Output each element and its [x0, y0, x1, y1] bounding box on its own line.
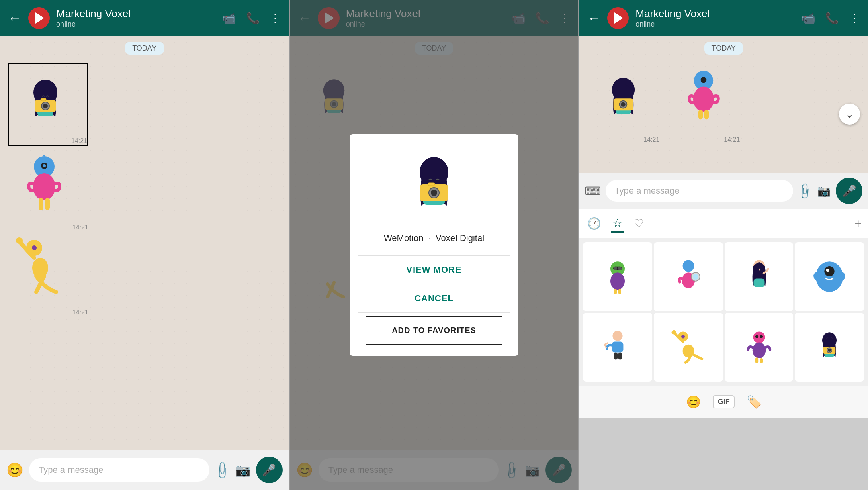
keyboard-icon-3[interactable]: ⌨ [585, 184, 601, 198]
svg-point-72 [760, 335, 762, 338]
message-input-3[interactable]: Type a message [606, 180, 793, 202]
sticker-cell-3[interactable] [725, 242, 794, 311]
sticker-msg-3b[interactable]: 14:21 [667, 63, 740, 143]
svg-point-40 [693, 86, 714, 112]
sticker-message-2[interactable]: 14:21 [8, 151, 88, 231]
back-button-1[interactable]: ← [8, 11, 22, 25]
messages-area-3: 14:21 14:2 [579, 59, 868, 147]
modal-pack-title: WeMotion · Voxel Digital [384, 233, 484, 243]
video-call-button-1[interactable]: 📹 [222, 12, 236, 25]
sticker-cell-2[interactable] [654, 242, 723, 311]
sticker-picker-panel: 🕐 ☆ ♡ + [579, 209, 868, 386]
svg-point-78 [828, 349, 831, 351]
svg-rect-55 [753, 278, 764, 287]
svg-point-47 [610, 272, 625, 290]
svg-rect-49 [618, 289, 621, 294]
sticker-tab-button[interactable]: 🏷️ [747, 395, 762, 409]
view-more-button[interactable]: VIEW MORE [358, 256, 510, 284]
header-3: ← Marketing Voxel online 📹 📞 ⋮ [579, 0, 868, 36]
svg-point-56 [816, 261, 843, 292]
chat-status-3: online [635, 20, 795, 29]
chat-area-1: TODAY [0, 36, 289, 450]
emoji-button-1[interactable]: 😊 [6, 462, 23, 478]
svg-point-18 [16, 237, 23, 244]
picker-add-button[interactable]: + [854, 217, 862, 231]
modal-overlay[interactable]: WeMotion · Voxel Digital VIEW MORE CANCE… [290, 0, 579, 490]
svg-rect-48 [614, 289, 617, 294]
header-info-1: Marketing Voxel online [56, 8, 216, 29]
sticker-img-3b [667, 63, 740, 135]
svg-point-10 [33, 173, 55, 200]
header-1: ← Marketing Voxel online 📹 📞 ⋮ [0, 0, 289, 36]
sticker-msg-3a[interactable]: 14:21 [587, 63, 659, 143]
chat-title-3: Marketing Voxel [635, 8, 795, 20]
avatar-1 [28, 7, 50, 29]
sticker-message-1[interactable]: 14:21 [8, 63, 88, 146]
mic-button-1[interactable] [256, 457, 283, 483]
avatar-3 [607, 7, 629, 29]
svg-rect-41 [698, 110, 703, 119]
picker-tab-heart[interactable]: ♡ [632, 215, 645, 232]
svg-point-50 [682, 260, 694, 272]
date-badge-3: TODAY [579, 44, 868, 53]
picker-tabs: 🕐 ☆ ♡ + [579, 209, 868, 238]
sticker-time-3: 14:21 [72, 309, 88, 316]
svg-point-5 [43, 104, 48, 108]
sticker-image-3 [8, 236, 80, 308]
svg-rect-61 [614, 352, 618, 359]
picker-tab-star[interactable]: ☆ [611, 215, 624, 233]
messages-area-1: 14:21 [0, 59, 289, 320]
gif-button[interactable]: GIF [713, 395, 735, 408]
add-to-favorites-button[interactable]: ADD TO FAVORITES [366, 316, 502, 345]
voice-call-button-1[interactable]: 📞 [246, 12, 260, 25]
picker-bottom-row: 😊 GIF 🏷️ [579, 386, 868, 418]
svg-point-39 [701, 77, 707, 83]
sticker-cell-5[interactable] [583, 313, 652, 382]
svg-rect-42 [704, 110, 709, 119]
sticker-cell-6[interactable] [654, 313, 723, 382]
svg-point-64 [681, 335, 685, 338]
sticker-cell-4[interactable] [795, 242, 864, 311]
cancel-button[interactable]: CANCEL [358, 284, 510, 312]
svg-point-16 [32, 245, 37, 250]
svg-rect-12 [45, 198, 50, 210]
sticker-time-1: 14:21 [71, 137, 87, 145]
header-actions-1: 📹 📞 ⋮ [222, 12, 281, 25]
svg-rect-11 [39, 198, 43, 210]
more-options-button-1[interactable]: ⋮ [270, 12, 281, 25]
svg-point-37 [621, 102, 626, 107]
header-info-3: Marketing Voxel online [635, 8, 795, 29]
message-input-1[interactable]: Type a message [29, 458, 209, 482]
back-button-3[interactable]: ← [587, 11, 601, 25]
camera-button-3[interactable]: 📷 [817, 184, 831, 198]
picker-tab-recent[interactable]: 🕐 [585, 215, 603, 232]
sticker-image-1 [9, 64, 82, 137]
scroll-down-button[interactable]: ⌄ [839, 104, 860, 125]
mic-button-3[interactable] [836, 178, 862, 204]
sticker-cell-8[interactable] [795, 313, 864, 382]
svg-rect-6 [41, 98, 46, 101]
attach-button-3[interactable]: 📎 [795, 181, 815, 200]
camera-button-1[interactable]: 📷 [235, 463, 250, 477]
sticker-img-3a [587, 63, 659, 135]
svg-point-9 [43, 164, 46, 167]
emoji-picker-button[interactable]: 😊 [686, 395, 701, 409]
sticker-time-2: 14:21 [72, 224, 88, 231]
svg-rect-60 [612, 341, 624, 352]
svg-point-59 [613, 331, 623, 341]
sticker-cell-1[interactable] [583, 242, 652, 311]
modal-sticker-preview [390, 146, 478, 227]
more-options-button-3[interactable]: ⋮ [849, 12, 860, 25]
voice-call-button-3[interactable]: 📞 [825, 12, 839, 25]
svg-point-30 [431, 190, 437, 196]
date-badge-1: TODAY [0, 44, 289, 53]
attach-button-1[interactable]: 📎 [212, 460, 233, 480]
input-row-3: ⌨ Type a message 📎 📷 [579, 173, 868, 209]
sticker-cell-7[interactable] [725, 313, 794, 382]
svg-point-68 [752, 342, 765, 358]
video-call-button-3[interactable]: 📹 [801, 12, 815, 25]
chat-area-3: TODAY [579, 36, 868, 173]
panel-1: ← Marketing Voxel online 📹 📞 ⋮ TODAY [0, 0, 289, 490]
sticker-message-3[interactable]: 14:21 [8, 236, 88, 316]
sticker-info-modal: WeMotion · Voxel Digital VIEW MORE CANCE… [350, 134, 518, 356]
